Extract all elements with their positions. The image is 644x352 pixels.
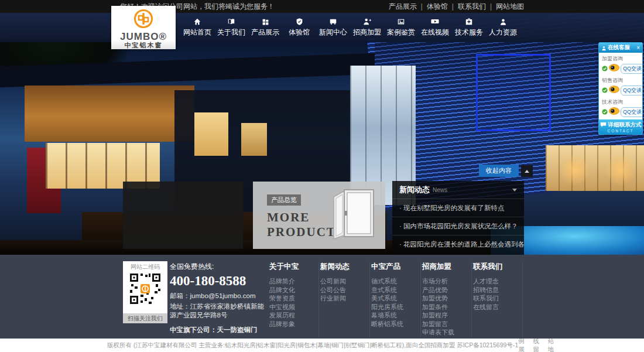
footer-link[interactable]: 申请表下载	[422, 328, 471, 336]
qr-code-image	[129, 297, 162, 307]
nav-list: 网站首页 关于我们 产品展示 体验馆 新闻中心 招商加盟	[180, 13, 644, 42]
footer-link[interactable]: 幕墙系统	[371, 311, 420, 319]
qq-chat-button[interactable]: QQ交谈	[621, 107, 643, 117]
footer-link[interactable]: 美式系统	[371, 294, 420, 302]
jumbo-emblem-icon	[133, 8, 154, 32]
footer-link[interactable]: 中宝视频	[269, 303, 318, 311]
hero-light-glow	[603, 152, 638, 187]
chevron-up-icon	[524, 166, 530, 176]
qq-chat-button[interactable]: QQ交谈	[621, 86, 643, 95]
footer-address: 地址：江苏省张家港妙桥镇新能源产业园兄华路8号	[170, 302, 268, 320]
chat-bubble-icon	[600, 122, 607, 129]
footer-link[interactable]: 产品优势	[422, 286, 471, 294]
footer-link[interactable]: 招聘信息	[473, 286, 522, 294]
hero-lit-window	[194, 112, 228, 156]
caret-down-icon[interactable]	[512, 189, 517, 192]
nav-item-label: 关于我们	[217, 28, 245, 37]
footer-column-title: 联系我们	[473, 262, 522, 272]
footer-link[interactable]: 品牌文化	[269, 286, 318, 294]
collapse-toggle-button[interactable]	[521, 165, 533, 177]
footer-link[interactable]: 市场分析	[422, 277, 471, 285]
hero-lit-window	[241, 123, 267, 156]
footer-link[interactable]: 意式系统	[371, 286, 420, 294]
book-icon	[227, 18, 235, 26]
nav-item-franchise[interactable]: 招商加盟	[350, 13, 384, 42]
footer-link[interactable]: 品牌形象	[269, 320, 318, 328]
top-link-showroom[interactable]: 体验馆	[427, 2, 448, 12]
nav-item-label: 技术服务	[455, 28, 483, 37]
online-status-icon	[602, 107, 608, 117]
nav-item-label: 产品展示	[251, 28, 279, 37]
top-bar: 您好！欢迎访问公司网站，我们将竭诚为您服务！ 产品展示 | 体验馆 | 联系我们…	[0, 0, 644, 13]
person-icon	[499, 18, 507, 26]
footer-link[interactable]: 发展历程	[269, 311, 318, 319]
footer-link[interactable]: 行业新闻	[320, 294, 369, 302]
top-link-sitemap[interactable]: 网站地图	[496, 2, 524, 12]
divider: |	[490, 2, 492, 11]
footer-link[interactable]: 加盟优势	[422, 294, 471, 302]
qr-code-card: 网站二维码	[123, 261, 167, 323]
news-item[interactable]: · 现在别墅阳光房的发展有了新特点	[392, 199, 524, 217]
footer-link[interactable]: 人才理念	[473, 277, 522, 285]
news-panel: 新闻动态 News · 现在别墅阳光房的发展有了新特点 · 国内市场花园阳光房发…	[392, 181, 524, 255]
nav-item-cases[interactable]: 案例鉴赏	[384, 13, 418, 42]
footer-column-contact: 联系我们 人才理念 招聘信息 联系我们 在线留言	[472, 262, 523, 337]
more-products-banner[interactable]: 产品总览 MORE PRODUCTS	[253, 182, 385, 249]
footer-link[interactable]: 德式系统	[371, 277, 420, 285]
top-link-products[interactable]: 产品展示	[389, 2, 417, 12]
top-link-contact[interactable]: 联系我们	[458, 2, 486, 12]
qq-row: QQ交谈	[602, 85, 639, 95]
footer-link[interactable]: 公司公告	[320, 286, 369, 294]
nav-item-hr[interactable]: 人力资源	[486, 13, 520, 42]
news-item[interactable]: · 花园阳光房在漫长的道路上必然会遇到各种挑战	[392, 235, 524, 253]
qq-chat-button[interactable]: QQ交谈	[621, 64, 643, 74]
nav-item-home[interactable]: 网站首页	[180, 13, 214, 42]
nav-item-label: 网站首页	[183, 28, 211, 37]
footer-column-title: 招商加盟	[422, 262, 471, 272]
nav-item-about[interactable]: 关于我们	[214, 13, 248, 42]
nav-item-label: 人力资源	[489, 28, 517, 37]
contact-details-label: 详细联系方式	[608, 121, 642, 129]
footer-column-news: 新闻动态 公司新闻 公司公告 行业新闻	[319, 262, 370, 337]
footer-link[interactable]: 在线留言	[473, 303, 522, 311]
footer-link[interactable]: 加盟留言	[422, 320, 471, 328]
contact-details-button[interactable]: 详细联系方式 CONTACT	[599, 119, 642, 134]
nav-item-products[interactable]: 产品展示	[248, 13, 282, 42]
site-logo[interactable]: JUMBO® 中宝铝木窗	[111, 6, 176, 49]
collapse-content-button[interactable]: 收起内容	[479, 165, 519, 177]
online-service-title: 在线客服	[608, 44, 635, 52]
footer-link[interactable]: 阳光房系统	[371, 303, 420, 311]
qq-group-label: 技术咨询	[602, 98, 639, 106]
news-item[interactable]: · 国内市场花园阳光房发展状况怎么样？	[392, 217, 524, 235]
footer-link[interactable]: 公司新闻	[320, 277, 369, 285]
nav-item-service[interactable]: 技术服务	[452, 13, 486, 42]
news-title: 新闻动态	[399, 184, 430, 195]
online-status-icon	[602, 85, 608, 95]
footer-column-franchise: 招商加盟 市场分析 产品优势 加盟优势 加盟条件 加盟程序 加盟留言 申请表下载	[421, 262, 472, 337]
divider: |	[452, 2, 454, 11]
footer-link[interactable]: 加盟程序	[422, 311, 471, 319]
copyright-text: 版权所有 (江苏中宝建材有限公司 主营业务:铝木阳光房|铝木窗|阳光房|铜包木|…	[107, 341, 518, 350]
nav-item-videos[interactable]: 在线视频	[418, 13, 452, 42]
footer-link[interactable]: 联系我们	[473, 294, 522, 302]
close-icon[interactable]: ×	[636, 45, 640, 51]
footer-column-title: 新闻动态	[320, 262, 369, 272]
qq-row: QQ交谈	[602, 63, 639, 74]
logo-subtitle-text: 中宝铝木窗	[125, 41, 163, 50]
footer-link[interactable]: 断桥铝系统	[371, 320, 420, 328]
main-nav: 网站首页 关于我们 产品展示 体验馆 新闻中心 招商加盟	[0, 13, 644, 42]
nav-item-label: 新闻中心	[319, 28, 347, 37]
qq-group-franchise: 加盟咨询 QQ交谈	[599, 53, 642, 74]
footer-link[interactable]: 加盟条件	[422, 303, 471, 311]
nav-item-news[interactable]: 新闻中心	[316, 13, 350, 42]
footer-link[interactable]: 荣誉资质	[269, 294, 318, 302]
footer-link[interactable]: 品牌简介	[269, 277, 318, 285]
bus-icon	[329, 18, 337, 26]
qq-group-label: 加盟咨询	[602, 55, 639, 63]
nav-item-showroom[interactable]: 体验馆	[282, 13, 316, 42]
photo-icon	[397, 18, 405, 26]
person-icon	[601, 43, 607, 53]
nav-item-label: 案例鉴赏	[387, 28, 415, 37]
footer-link-columns: 关于中宝 品牌简介 品牌文化 荣誉资质 中宝视频 发展历程 品牌形象 新闻动态 …	[268, 262, 523, 337]
bottom-bar: 版权所有 (江苏中宝建材有限公司 主营业务:铝木阳光房|铝木窗|阳光房|铜包木|…	[0, 339, 644, 352]
